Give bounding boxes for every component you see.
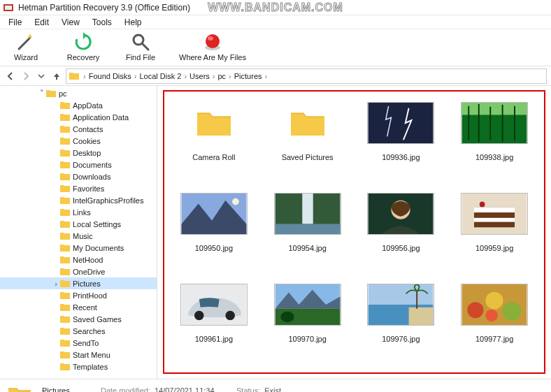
tree-label: Recent xyxy=(73,303,97,312)
where-are-my-files-button[interactable]: Where Are My Files xyxy=(179,32,246,61)
forward-button[interactable] xyxy=(20,70,32,82)
folder-icon xyxy=(60,244,70,252)
tree-item[interactable]: SendTo xyxy=(0,337,157,349)
address-bar[interactable]: › Found Disks › Local Disk 2 › Users › p… xyxy=(66,68,547,84)
tree-item[interactable]: Cookies xyxy=(0,135,157,147)
folder-icon xyxy=(60,173,70,180)
folder-icon xyxy=(60,125,70,133)
title-bar: Hetman Partition Recovery 3.9 (Office Ed… xyxy=(0,0,551,15)
image-thumbnail xyxy=(461,284,528,326)
file-item[interactable]: 109950.jpg xyxy=(172,185,256,276)
svg-line-4 xyxy=(143,44,148,50)
file-item[interactable]: 109936.jpg xyxy=(359,94,443,185)
file-item[interactable]: 109961.jpg xyxy=(172,276,256,367)
tree-item[interactable]: Searches xyxy=(0,325,157,337)
arrow-up-icon xyxy=(52,72,61,80)
watermark: WWW.BANDICAM.COM xyxy=(208,1,343,14)
tree-item[interactable]: My Documents xyxy=(0,242,157,254)
tree-item[interactable]: Contacts xyxy=(0,123,157,135)
tree-item[interactable]: PrintHood xyxy=(0,289,157,301)
content-pane[interactable]: Camera RollSaved Pictures109936.jpg10993… xyxy=(157,86,551,379)
up-button[interactable] xyxy=(50,70,63,82)
file-item[interactable]: 109954.jpg xyxy=(266,185,350,276)
file-item[interactable]: 109959.jpg xyxy=(452,185,536,276)
crumb-pictures[interactable]: Pictures xyxy=(233,72,264,80)
arrow-right-icon xyxy=(22,72,30,80)
tree-item[interactable]: AppData xyxy=(0,99,157,111)
svg-rect-19 xyxy=(302,194,313,224)
folder-item[interactable]: Camera Roll xyxy=(172,94,256,185)
item-label: 109956.jpg xyxy=(382,244,420,252)
chevron-right-icon: › xyxy=(229,72,231,80)
tree-item[interactable]: Recent xyxy=(0,301,157,313)
svg-point-29 xyxy=(194,311,204,321)
svg-point-39 xyxy=(467,302,483,318)
folder-icon xyxy=(60,137,70,145)
tree-label: IntelGraphicsProfiles xyxy=(73,196,144,205)
tree-item[interactable]: Links xyxy=(0,206,157,218)
svg-rect-20 xyxy=(275,224,340,235)
folder-icon xyxy=(46,89,56,97)
tree-label: Local Settings xyxy=(73,220,121,228)
history-dropdown[interactable] xyxy=(35,70,48,82)
folder-icon xyxy=(60,339,70,347)
tree-item[interactable]: Start Menu xyxy=(0,349,157,361)
tree-item[interactable]: Music xyxy=(0,230,157,242)
chevron-right-icon: › xyxy=(134,72,137,80)
folder-item[interactable]: Saved Pictures xyxy=(266,94,350,185)
menu-help[interactable]: Help xyxy=(119,16,148,29)
recovery-button[interactable]: Recovery xyxy=(64,32,102,61)
file-item[interactable]: 109956.jpg xyxy=(359,185,443,276)
tree-item[interactable]: Downloads xyxy=(0,170,157,182)
menu-file[interactable]: File xyxy=(3,16,27,29)
folder-icon xyxy=(60,268,70,275)
chevron-down-icon xyxy=(38,73,45,80)
file-item[interactable]: 109970.jpg xyxy=(266,276,350,367)
tree-label: Saved Games xyxy=(73,315,122,324)
tree-item[interactable]: OneDrive xyxy=(0,266,157,277)
tree-item[interactable]: Saved Games xyxy=(0,313,157,325)
wizard-button[interactable]: Wizard xyxy=(7,32,45,61)
menu-view[interactable]: View xyxy=(56,16,85,29)
tree-item[interactable]: Templates xyxy=(0,361,157,372)
folder-tree[interactable]: ˅pcAppDataApplication DataContactsCookie… xyxy=(0,86,157,379)
folder-icon xyxy=(7,384,32,393)
file-item[interactable]: 109977.jpg xyxy=(452,276,536,367)
crumb-users[interactable]: Users xyxy=(188,72,211,80)
crumb-local-disk-2[interactable]: Local Disk 2 xyxy=(138,72,183,80)
tree-item[interactable]: Local Settings xyxy=(0,218,157,230)
menu-tools[interactable]: Tools xyxy=(87,16,117,29)
wand-icon xyxy=(16,32,36,52)
crumb-found-disks[interactable]: Found Disks xyxy=(87,72,133,80)
item-label: 109954.jpg xyxy=(288,244,326,252)
file-item[interactable]: 109938.jpg xyxy=(452,94,536,185)
tree-item[interactable]: NetHood xyxy=(0,254,157,266)
image-thumbnail xyxy=(367,193,434,235)
main-area: ˅pcAppDataApplication DataContactsCookie… xyxy=(0,86,551,379)
tree-label: Music xyxy=(73,232,93,240)
status-bar: Pictures Folder Date modified:14/07/2021… xyxy=(0,379,551,392)
tree-label: Downloads xyxy=(73,173,110,181)
tree-item[interactable]: Application Data xyxy=(0,111,157,123)
tree-item[interactable]: IntelGraphicsProfiles xyxy=(0,194,157,206)
folder-icon xyxy=(60,303,70,311)
file-item[interactable]: 109976.jpg xyxy=(359,276,443,367)
tree-label: Application Data xyxy=(73,113,129,122)
tree-item[interactable]: Desktop xyxy=(0,147,157,159)
collapse-icon[interactable]: ˅ xyxy=(38,89,46,98)
red-button-icon xyxy=(203,32,222,52)
tree-item[interactable]: ›Pictures xyxy=(0,277,157,289)
crumb-pc[interactable]: pc xyxy=(216,72,227,80)
tree-label: Templates xyxy=(73,363,108,371)
expand-icon[interactable]: › xyxy=(52,280,60,288)
back-button[interactable] xyxy=(4,70,17,82)
item-label: Camera Roll xyxy=(192,153,235,161)
tree-item[interactable]: Favorites xyxy=(0,182,157,194)
find-file-button[interactable]: Find File xyxy=(122,32,159,61)
folder-icon xyxy=(60,363,70,370)
tree-item[interactable]: Documents xyxy=(0,159,157,170)
tree-root[interactable]: ˅pc xyxy=(0,87,157,99)
menu-edit[interactable]: Edit xyxy=(29,16,55,29)
status-dates-col: Date modified:14/07/2021 11:34 Date crea… xyxy=(101,386,227,393)
item-label: 109950.jpg xyxy=(195,244,233,252)
